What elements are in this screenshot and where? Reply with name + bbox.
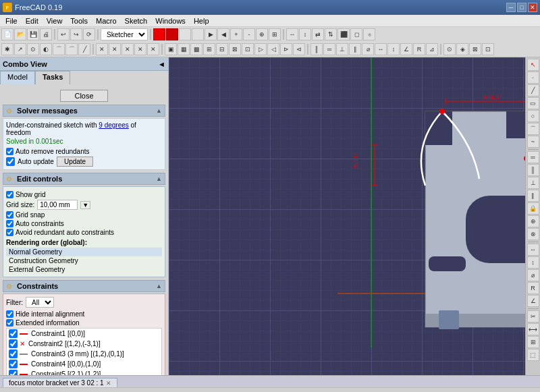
sketch-tb21[interactable]: ◁: [267, 43, 279, 55]
c5-checkbox[interactable]: [9, 370, 18, 375]
rt-extend[interactable]: ⟷: [527, 323, 539, 335]
sketch-tb14[interactable]: ▦: [178, 43, 190, 55]
rt-dim4[interactable]: R: [527, 282, 539, 294]
sketch-tb36[interactable]: ⊠: [469, 43, 481, 55]
sketch-tb9[interactable]: ✕: [109, 43, 121, 55]
viewport[interactable]: 7ь11↑ А!le 27 А!le 2↑ Т!ле: [169, 57, 540, 375]
solver-degrees-link[interactable]: 9 degrees: [99, 121, 128, 129]
rt-trim[interactable]: ✂: [527, 310, 539, 323]
rt-line[interactable]: ╱: [527, 84, 539, 96]
sketch-tb29[interactable]: ↔: [375, 43, 387, 55]
auto-remove-checkbox[interactable]: [6, 148, 14, 155]
rt-dim5[interactable]: ∠: [527, 295, 539, 307]
rt-constrain1[interactable]: ═: [527, 151, 539, 163]
sketch-tb3[interactable]: ⊙: [27, 43, 39, 55]
sketch-tb31[interactable]: ∠: [400, 43, 412, 55]
auto-update-checkbox[interactable]: [6, 157, 15, 166]
sketch-tb6[interactable]: ⌒: [65, 43, 78, 55]
sketch-tb4[interactable]: ◐: [40, 43, 52, 55]
undo-button[interactable]: ↩: [57, 28, 70, 40]
sketch-tb22[interactable]: ⊳: [280, 43, 292, 55]
refresh-button[interactable]: ⟳: [83, 28, 95, 40]
sketch-tb25[interactable]: ═: [323, 43, 335, 55]
update-button[interactable]: Update: [57, 157, 93, 167]
rt-dim1[interactable]: ↔: [527, 244, 539, 256]
constraints-section-header[interactable]: ⚙ Constraints ▲: [3, 280, 165, 292]
sketch-tb10[interactable]: ✕: [122, 43, 134, 55]
maximize-button[interactable]: □: [517, 3, 526, 12]
sketch-tb2[interactable]: ↗: [14, 43, 26, 55]
auto-constraints-checkbox[interactable]: [6, 220, 14, 227]
tb3-btn14[interactable]: ⇅: [325, 28, 337, 40]
sketch-tb30[interactable]: ↕: [387, 43, 400, 55]
tb3-btn10[interactable]: ⊞: [269, 28, 281, 40]
rt-arc[interactable]: ⌒: [527, 123, 539, 135]
rt-circle[interactable]: ○: [527, 110, 539, 122]
bottom-tab-close[interactable]: ✕: [106, 380, 111, 387]
minimize-button[interactable]: ─: [506, 3, 516, 12]
zoom-out-button[interactable]: -: [243, 28, 255, 40]
tb3-btn9[interactable]: ⊕: [256, 28, 268, 40]
rt-constrain6[interactable]: ⊗: [527, 228, 539, 240]
rendering-construction[interactable]: Construction Geometry: [6, 256, 162, 265]
c4-checkbox[interactable]: [9, 360, 18, 368]
menu-edit[interactable]: Edit: [22, 16, 43, 26]
constraint-item-3[interactable]: Constraint3 (3 mm) [(1,2),(0,1)]: [7, 349, 161, 359]
bottom-tab-sketch[interactable]: focus motor bracket ver 3 02 : 1 ✕: [3, 378, 117, 387]
extended-info-checkbox[interactable]: [6, 319, 14, 327]
rt-constrain3[interactable]: ⊥: [527, 177, 539, 189]
rt-spline[interactable]: ~: [527, 136, 539, 148]
sketch-tb28[interactable]: ⌀: [362, 43, 374, 55]
tb3-btn15[interactable]: ⬛: [338, 28, 350, 40]
menu-help[interactable]: Help: [190, 16, 213, 26]
zoom-in-button[interactable]: +: [230, 28, 242, 40]
sketch-tb18[interactable]: ⊠: [229, 43, 241, 55]
sketch-tb34[interactable]: ⊙: [443, 43, 456, 55]
constraint-item-2[interactable]: ✕ Constraint2 [(1,2),(-3,1)]: [7, 339, 161, 349]
sketch-tb15[interactable]: ▩: [190, 43, 202, 55]
save-button[interactable]: 💾: [27, 28, 39, 40]
sketch-tb8[interactable]: ✕: [96, 43, 108, 55]
sketch-tb1[interactable]: ✱: [1, 43, 14, 55]
rt-dim2[interactable]: ↕: [527, 256, 539, 269]
sketch-tb27[interactable]: ∥: [349, 43, 361, 55]
tb3-btn17[interactable]: ⟐: [363, 28, 375, 40]
sketch-tb24[interactable]: ║: [310, 43, 323, 55]
tb3-btn13[interactable]: ⇄: [312, 28, 324, 40]
tb3-btn11[interactable]: ↔: [286, 28, 298, 40]
tb3-btn5[interactable]: ▶: [205, 28, 217, 40]
sketch-tb32[interactable]: R: [413, 43, 425, 55]
solver-section-header[interactable]: ⚙ Solver messages ▲: [3, 105, 165, 117]
menu-macro[interactable]: Macro: [92, 16, 121, 26]
rt-dim3[interactable]: ⌀: [527, 269, 539, 281]
c3-checkbox[interactable]: [9, 349, 18, 358]
menu-sketch[interactable]: Sketch: [121, 16, 152, 26]
grid-size-dropdown-icon[interactable]: ▼: [80, 201, 90, 209]
constraint-item-1[interactable]: Constraint1 [(0,0)]: [7, 329, 161, 339]
rt-mirror[interactable]: ⬚: [527, 349, 539, 361]
sketch-tb5[interactable]: ⌒: [53, 43, 65, 55]
close-button[interactable]: ✕: [528, 3, 537, 12]
edit-controls-section-header[interactable]: ⚙ Edit controls ▲: [3, 173, 165, 185]
avoid-redundant-checkbox[interactable]: [6, 229, 14, 236]
rt-select[interactable]: ↖: [527, 59, 539, 71]
redo-button[interactable]: ↪: [70, 28, 82, 40]
workbench-dropdown[interactable]: Sketcher: [101, 28, 148, 40]
menu-windows[interactable]: Windows: [151, 16, 190, 26]
tb3-btn3[interactable]: [179, 28, 191, 40]
menu-file[interactable]: File: [1, 16, 22, 26]
sketch-tb26[interactable]: ⊥: [336, 43, 348, 55]
sketch-tb17[interactable]: ⊟: [216, 43, 228, 55]
open-button[interactable]: 📂: [14, 28, 26, 40]
combo-collapse-icon[interactable]: ◄: [158, 60, 165, 68]
hide-internal-checkbox[interactable]: [6, 310, 14, 318]
menu-tools[interactable]: Tools: [66, 16, 92, 26]
rt-constrain5[interactable]: ⊕: [527, 215, 539, 227]
tb3-btn1[interactable]: [153, 28, 165, 40]
constraint-item-5[interactable]: Constraint5 [(2,1),(1,2)]: [7, 369, 161, 375]
tb3-btn12[interactable]: ↕: [299, 28, 311, 40]
c2-checkbox[interactable]: [9, 339, 18, 348]
rendering-normal[interactable]: Normal Geometry: [6, 248, 162, 256]
c1-checkbox[interactable]: [9, 329, 18, 338]
tb3-btn16[interactable]: ◻: [350, 28, 362, 40]
